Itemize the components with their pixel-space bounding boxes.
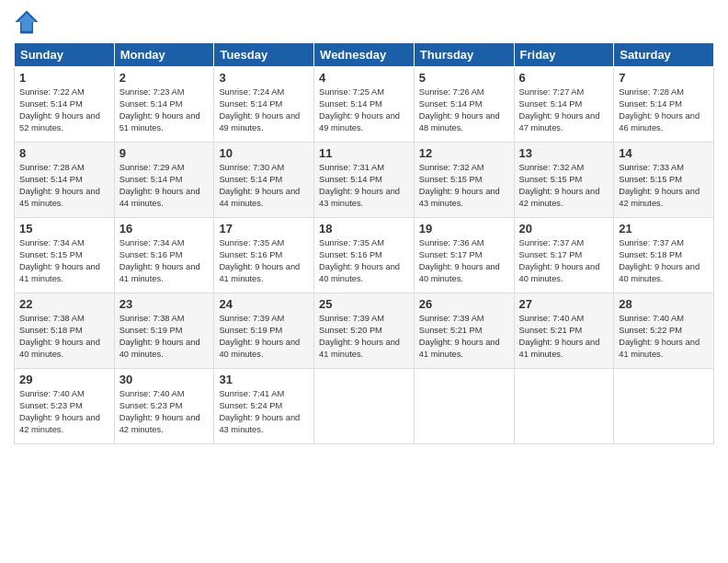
day-info: Sunrise: 7:36 AM Sunset: 5:17 PM Dayligh… <box>419 237 509 285</box>
day-info: Sunrise: 7:24 AM Sunset: 5:14 PM Dayligh… <box>219 86 309 134</box>
day-cell: 10 Sunrise: 7:30 AM Sunset: 5:14 PM Dayl… <box>214 143 314 218</box>
day-cell <box>314 369 415 444</box>
calendar-table: SundayMondayTuesdayWednesdayThursdayFrid… <box>14 42 714 444</box>
day-info: Sunrise: 7:34 AM Sunset: 5:16 PM Dayligh… <box>119 237 210 285</box>
day-cell: 17 Sunrise: 7:35 AM Sunset: 5:16 PM Dayl… <box>214 218 314 293</box>
day-number: 18 <box>319 222 409 236</box>
day-info: Sunrise: 7:25 AM Sunset: 5:14 PM Dayligh… <box>319 86 409 134</box>
day-number: 14 <box>619 146 709 160</box>
day-number: 16 <box>119 222 210 236</box>
day-info: Sunrise: 7:33 AM Sunset: 5:15 PM Dayligh… <box>619 162 709 210</box>
day-cell: 15 Sunrise: 7:34 AM Sunset: 5:15 PM Dayl… <box>15 218 115 293</box>
day-number: 15 <box>19 222 109 236</box>
day-number: 8 <box>19 146 109 160</box>
day-info: Sunrise: 7:40 AM Sunset: 5:23 PM Dayligh… <box>19 388 109 436</box>
day-cell: 30 Sunrise: 7:40 AM Sunset: 5:23 PM Dayl… <box>114 369 214 444</box>
day-cell: 22 Sunrise: 7:38 AM Sunset: 5:18 PM Dayl… <box>15 293 115 369</box>
day-cell: 6 Sunrise: 7:27 AM Sunset: 5:14 PM Dayli… <box>514 67 614 143</box>
day-number: 24 <box>219 297 309 311</box>
day-cell: 23 Sunrise: 7:38 AM Sunset: 5:19 PM Dayl… <box>114 293 214 369</box>
day-info: Sunrise: 7:38 AM Sunset: 5:18 PM Dayligh… <box>19 313 109 361</box>
header-sunday: Sunday <box>15 43 115 67</box>
day-info: Sunrise: 7:37 AM Sunset: 5:18 PM Dayligh… <box>619 237 709 285</box>
day-info: Sunrise: 7:37 AM Sunset: 5:17 PM Dayligh… <box>519 237 609 285</box>
day-cell: 3 Sunrise: 7:24 AM Sunset: 5:14 PM Dayli… <box>214 67 314 143</box>
day-info: Sunrise: 7:32 AM Sunset: 5:15 PM Dayligh… <box>519 162 609 210</box>
day-info: Sunrise: 7:26 AM Sunset: 5:14 PM Dayligh… <box>419 86 509 134</box>
day-cell <box>514 369 614 444</box>
day-number: 6 <box>519 71 609 85</box>
day-cell: 13 Sunrise: 7:32 AM Sunset: 5:15 PM Dayl… <box>514 143 614 218</box>
day-number: 3 <box>219 71 309 85</box>
day-info: Sunrise: 7:41 AM Sunset: 5:24 PM Dayligh… <box>219 388 309 436</box>
week-row-5: 29 Sunrise: 7:40 AM Sunset: 5:23 PM Dayl… <box>15 369 714 444</box>
header <box>14 9 714 35</box>
day-info: Sunrise: 7:28 AM Sunset: 5:14 PM Dayligh… <box>619 86 709 134</box>
header-wednesday: Wednesday <box>314 43 415 67</box>
week-row-3: 15 Sunrise: 7:34 AM Sunset: 5:15 PM Dayl… <box>15 218 714 293</box>
day-info: Sunrise: 7:29 AM Sunset: 5:14 PM Dayligh… <box>119 162 210 210</box>
header-tuesday: Tuesday <box>214 43 314 67</box>
day-info: Sunrise: 7:39 AM Sunset: 5:19 PM Dayligh… <box>219 313 309 361</box>
day-info: Sunrise: 7:23 AM Sunset: 5:14 PM Dayligh… <box>119 86 210 134</box>
day-number: 11 <box>319 146 409 160</box>
header-saturday: Saturday <box>614 43 714 67</box>
day-cell: 12 Sunrise: 7:32 AM Sunset: 5:15 PM Dayl… <box>414 143 514 218</box>
day-cell: 16 Sunrise: 7:34 AM Sunset: 5:16 PM Dayl… <box>114 218 214 293</box>
day-info: Sunrise: 7:40 AM Sunset: 5:22 PM Dayligh… <box>619 313 709 361</box>
day-info: Sunrise: 7:40 AM Sunset: 5:23 PM Dayligh… <box>119 388 210 436</box>
day-cell: 9 Sunrise: 7:29 AM Sunset: 5:14 PM Dayli… <box>114 143 214 218</box>
day-number: 26 <box>419 297 509 311</box>
day-cell: 4 Sunrise: 7:25 AM Sunset: 5:14 PM Dayli… <box>314 67 415 143</box>
day-info: Sunrise: 7:35 AM Sunset: 5:16 PM Dayligh… <box>219 237 309 285</box>
day-info: Sunrise: 7:22 AM Sunset: 5:14 PM Dayligh… <box>19 86 109 134</box>
day-number: 1 <box>19 71 109 85</box>
header-friday: Friday <box>514 43 614 67</box>
day-number: 25 <box>319 297 409 311</box>
day-number: 19 <box>419 222 509 236</box>
header-thursday: Thursday <box>414 43 514 67</box>
day-cell: 8 Sunrise: 7:28 AM Sunset: 5:14 PM Dayli… <box>15 143 115 218</box>
day-cell: 18 Sunrise: 7:35 AM Sunset: 5:16 PM Dayl… <box>314 218 415 293</box>
week-row-1: 1 Sunrise: 7:22 AM Sunset: 5:14 PM Dayli… <box>15 67 714 143</box>
day-info: Sunrise: 7:32 AM Sunset: 5:15 PM Dayligh… <box>419 162 509 210</box>
day-cell: 21 Sunrise: 7:37 AM Sunset: 5:18 PM Dayl… <box>614 218 714 293</box>
day-cell: 20 Sunrise: 7:37 AM Sunset: 5:17 PM Dayl… <box>514 218 614 293</box>
day-cell: 25 Sunrise: 7:39 AM Sunset: 5:20 PM Dayl… <box>314 293 415 369</box>
day-cell: 5 Sunrise: 7:26 AM Sunset: 5:14 PM Dayli… <box>414 67 514 143</box>
day-cell: 1 Sunrise: 7:22 AM Sunset: 5:14 PM Dayli… <box>15 67 115 143</box>
day-number: 20 <box>519 222 609 236</box>
week-row-4: 22 Sunrise: 7:38 AM Sunset: 5:18 PM Dayl… <box>15 293 714 369</box>
day-cell: 26 Sunrise: 7:39 AM Sunset: 5:21 PM Dayl… <box>414 293 514 369</box>
header-monday: Monday <box>114 43 214 67</box>
day-number: 7 <box>619 71 709 85</box>
day-number: 9 <box>119 146 210 160</box>
day-number: 27 <box>519 297 609 311</box>
day-number: 5 <box>419 71 509 85</box>
day-cell: 19 Sunrise: 7:36 AM Sunset: 5:17 PM Dayl… <box>414 218 514 293</box>
day-number: 31 <box>219 373 309 386</box>
day-cell: 11 Sunrise: 7:31 AM Sunset: 5:14 PM Dayl… <box>314 143 415 218</box>
day-number: 12 <box>419 146 509 160</box>
page: SundayMondayTuesdayWednesdayThursdayFrid… <box>0 0 728 563</box>
day-cell: 14 Sunrise: 7:33 AM Sunset: 5:15 PM Dayl… <box>614 143 714 218</box>
day-number: 4 <box>319 71 409 85</box>
header-row: SundayMondayTuesdayWednesdayThursdayFrid… <box>15 43 714 67</box>
day-info: Sunrise: 7:27 AM Sunset: 5:14 PM Dayligh… <box>519 86 609 134</box>
day-info: Sunrise: 7:35 AM Sunset: 5:16 PM Dayligh… <box>319 237 409 285</box>
day-number: 28 <box>619 297 709 311</box>
day-cell: 28 Sunrise: 7:40 AM Sunset: 5:22 PM Dayl… <box>614 293 714 369</box>
week-row-2: 8 Sunrise: 7:28 AM Sunset: 5:14 PM Dayli… <box>15 143 714 218</box>
logo-icon <box>14 9 40 35</box>
day-cell: 24 Sunrise: 7:39 AM Sunset: 5:19 PM Dayl… <box>214 293 314 369</box>
day-number: 22 <box>19 297 109 311</box>
day-number: 23 <box>119 297 210 311</box>
day-cell: 2 Sunrise: 7:23 AM Sunset: 5:14 PM Dayli… <box>114 67 214 143</box>
day-number: 30 <box>119 373 210 386</box>
day-info: Sunrise: 7:38 AM Sunset: 5:19 PM Dayligh… <box>119 313 210 361</box>
day-cell: 27 Sunrise: 7:40 AM Sunset: 5:21 PM Dayl… <box>514 293 614 369</box>
day-number: 2 <box>119 71 210 85</box>
day-cell <box>614 369 714 444</box>
day-cell: 7 Sunrise: 7:28 AM Sunset: 5:14 PM Dayli… <box>614 67 714 143</box>
day-cell <box>414 369 514 444</box>
